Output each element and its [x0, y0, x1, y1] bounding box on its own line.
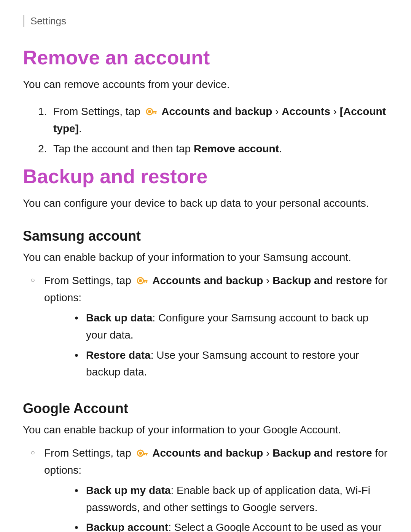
key-icon-samsung: [136, 275, 148, 287]
step-1: 1. From Settings, tap Accounts and backu…: [38, 103, 388, 137]
svg-rect-14: [144, 454, 145, 455]
dot-g2: •: [75, 519, 86, 532]
samsung-bold-sub: Backup and restore: [272, 275, 372, 286]
svg-rect-12: [143, 453, 148, 454]
step-2-bold: Remove account: [194, 143, 279, 155]
google-account-subsection: Google Account You can enable backup of …: [23, 401, 388, 532]
step-2: 2. Tap the account and then tap Remove a…: [38, 141, 388, 158]
google-account-intro: You can enable backup of your informatio…: [23, 422, 388, 438]
samsung-option-2: • Restore data: Use your Samsung account…: [75, 347, 388, 381]
remove-account-steps: 1. From Settings, tap Accounts and backu…: [38, 103, 388, 157]
backup-restore-intro: You can configure your device to back up…: [23, 195, 388, 211]
circle-bullet-samsung: ○: [30, 274, 44, 286]
key-icon-1: [145, 105, 157, 118]
step-1-bold1: Accounts and backup: [161, 105, 272, 117]
google-from-settings: ○ From Settings, tap Accounts and backup…: [30, 445, 388, 532]
samsung-from-settings-text: From Settings, tap Accounts and backup ›…: [44, 272, 388, 384]
samsung-account-title: Samsung account: [23, 228, 388, 244]
dot-2: •: [75, 347, 86, 364]
backup-restore-section: Backup and restore You can configure you…: [23, 165, 388, 532]
google-bold-sub: Backup and restore: [272, 447, 372, 459]
backup-restore-title: Backup and restore: [23, 165, 388, 188]
samsung-account-intro: You can enable backup of your informatio…: [23, 249, 388, 265]
step-1-num: 1.: [38, 103, 53, 120]
svg-point-1: [148, 110, 151, 113]
samsung-bold-main: Accounts and backup: [152, 275, 263, 286]
google-bold-main: Accounts and backup: [152, 447, 263, 459]
svg-rect-3: [155, 112, 156, 114]
samsung-options-list: • Back up data: Configure your Samsung a…: [75, 310, 388, 381]
svg-point-6: [139, 279, 142, 282]
breadcrumb-text: Settings: [30, 15, 66, 27]
google-option-2-text: Backup account: Select a Google Account …: [86, 519, 388, 532]
google-from-settings-text: From Settings, tap Accounts and backup ›…: [44, 445, 388, 532]
step-2-num: 2.: [38, 141, 53, 158]
breadcrumb: Settings: [23, 15, 388, 27]
dot-1: •: [75, 310, 86, 327]
remove-account-section: Remove an account You can remove account…: [23, 46, 388, 157]
remove-account-intro: You can remove accounts from your device…: [23, 77, 388, 93]
dot-g1: •: [75, 482, 86, 499]
step-2-content: Tap the account and then tap Remove acco…: [53, 141, 282, 158]
google-options-list: • Back up my data: Enable back up of app…: [75, 482, 388, 532]
samsung-from-settings: ○ From Settings, tap Accounts and backup…: [30, 272, 388, 384]
key-icon-google: [136, 447, 148, 459]
samsung-option-1-text: Back up data: Configure your Samsung acc…: [86, 310, 388, 344]
svg-rect-2: [152, 111, 157, 112]
google-option-1-text: Back up my data: Enable back up of appli…: [86, 482, 388, 516]
circle-bullet-google: ○: [30, 446, 44, 459]
google-account-title: Google Account: [23, 401, 388, 417]
step-1-bold2: Accounts: [282, 105, 330, 117]
google-from-settings-item: ○ From Settings, tap Accounts and backup…: [30, 445, 388, 532]
samsung-account-subsection: Samsung account You can enable backup of…: [23, 228, 388, 384]
svg-point-11: [139, 452, 142, 455]
google-option-1: • Back up my data: Enable back up of app…: [75, 482, 388, 516]
google-option-2: • Backup account: Select a Google Accoun…: [75, 519, 388, 532]
samsung-option-2-text: Restore data: Use your Samsung account t…: [86, 347, 388, 381]
svg-rect-4: [153, 112, 155, 113]
svg-rect-9: [144, 281, 145, 283]
svg-rect-7: [143, 280, 148, 281]
remove-account-title: Remove an account: [23, 46, 388, 69]
svg-rect-13: [146, 454, 147, 455]
samsung-option-1: • Back up data: Configure your Samsung a…: [75, 310, 388, 344]
svg-rect-8: [146, 281, 147, 283]
step-1-content: From Settings, tap Accounts and backup ›…: [53, 103, 388, 137]
samsung-from-settings-item: ○ From Settings, tap Accounts and backup…: [30, 272, 388, 384]
